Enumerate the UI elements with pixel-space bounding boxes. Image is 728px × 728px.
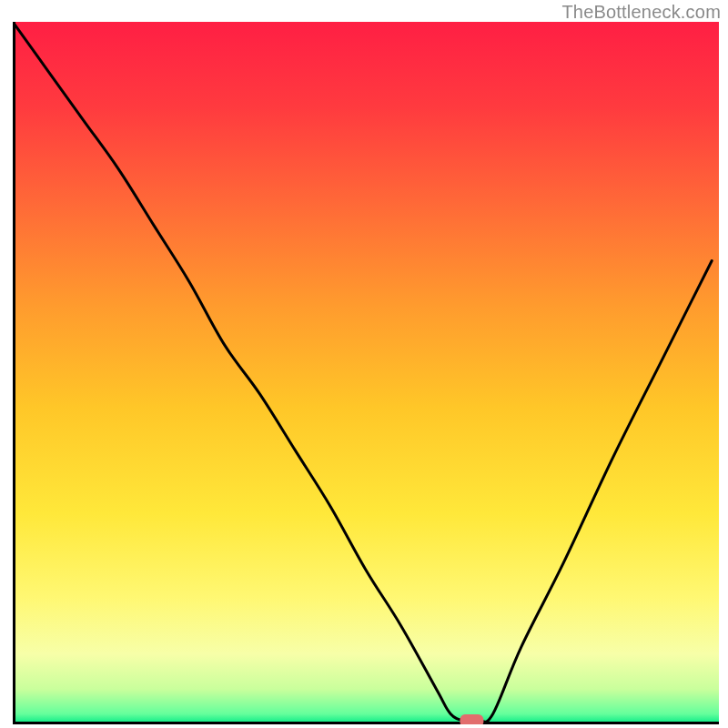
optimum-marker xyxy=(460,714,483,724)
gradient-background xyxy=(13,22,719,724)
watermark-text: TheBottleneck.com xyxy=(561,2,721,23)
chart-frame: TheBottleneck.com xyxy=(0,0,728,728)
chart-svg xyxy=(13,22,719,724)
bottleneck-plot xyxy=(13,22,719,724)
